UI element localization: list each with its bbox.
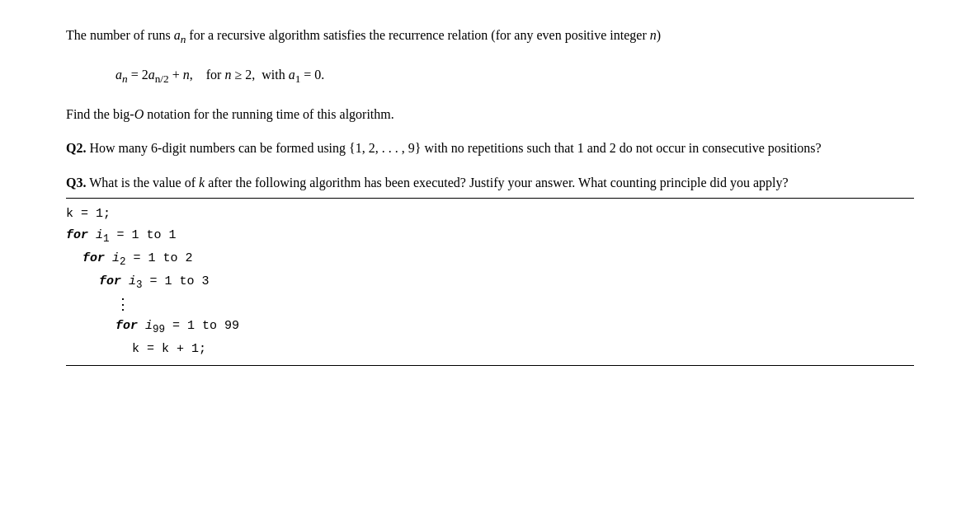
- find-text: Find the big-: [66, 107, 134, 121]
- page-content: The number of runs an for a recursive al…: [66, 25, 914, 366]
- a-n-variable: an: [174, 28, 190, 42]
- q3-rest: after the following algorithm has been e…: [208, 176, 789, 190]
- n-variable: n: [650, 28, 657, 42]
- formula-eq: = 2an/2 + n,: [131, 68, 193, 82]
- code-line-for-i3: for i3 = 1 to 3: [99, 271, 914, 294]
- q2-text: How many 6-digit numbers can be formed u…: [89, 141, 821, 155]
- intro-text-1: The number of runs: [66, 28, 171, 42]
- q3-text-part1: What is the value of: [89, 176, 196, 190]
- question-3: Q3. What is the value of k after the fol…: [66, 172, 914, 366]
- find-paragraph: Find the big-O notation for the running …: [66, 104, 914, 125]
- vertical-dots: ⋮: [115, 295, 914, 316]
- code-line-for-i1: for i1 = 1 to 1: [66, 225, 914, 248]
- q3-text-paragraph: Q3. What is the value of k after the fol…: [66, 172, 914, 194]
- code-block: k = 1; for i1 = 1 to 1 for i2 = 1 to 2 f…: [66, 198, 914, 365]
- formula-lhs: an: [115, 68, 128, 82]
- code-line-for-i99: for i99 = 1 to 99: [115, 316, 914, 339]
- intro-text-2: for a recursive algorithm satisfies the …: [189, 28, 646, 42]
- code-line-k-update: k = k + 1;: [132, 339, 914, 360]
- intro-paragraph: The number of runs an for a recursive al…: [66, 25, 914, 49]
- formula-condition: for n ≥ 2, with a1 = 0.: [196, 68, 325, 82]
- code-line-k-init: k = 1;: [66, 204, 914, 225]
- find-rest: notation for the running time of this al…: [144, 107, 394, 121]
- k-variable: k: [199, 176, 208, 190]
- paren-close: ): [657, 28, 661, 42]
- q2-label: Q2.: [66, 141, 86, 155]
- question-2: Q2. How many 6-digit numbers can be form…: [66, 138, 914, 159]
- code-line-for-i2: for i2 = 1 to 2: [82, 248, 914, 271]
- big-o-symbol: O: [134, 107, 144, 121]
- formula-block: an = 2an/2 + n, for n ≥ 2, with a1 = 0.: [115, 63, 914, 89]
- q3-label: Q3.: [66, 176, 86, 190]
